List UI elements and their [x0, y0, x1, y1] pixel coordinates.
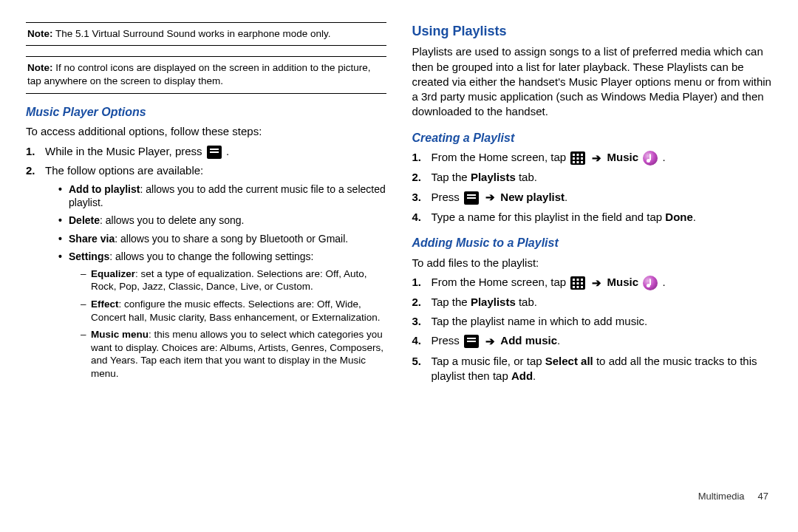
note-label: Note:	[27, 62, 53, 73]
arrow-icon: ➔	[485, 190, 495, 205]
apps-icon	[570, 151, 585, 165]
step-text: Tap a music file, or tap	[432, 355, 545, 367]
note-label: Note:	[27, 28, 53, 39]
bold: Done	[665, 211, 693, 223]
bullet-item: Settings: allows you to change the follo…	[58, 250, 386, 381]
arrow-icon: ➔	[485, 334, 495, 349]
step-text: tab.	[516, 296, 537, 308]
step-text: .	[565, 191, 567, 203]
arrow-icon: ➔	[592, 276, 601, 290]
dash-item: Music menu: this menu allows you to sele…	[81, 328, 386, 380]
dash-rest: : configure the music effects. Selection…	[91, 299, 380, 323]
dash-title: Equalizer	[91, 268, 135, 279]
steps-list: While in the Music Player, press . The f…	[26, 144, 386, 381]
manual-page: Note: The 5.1 Virtual Surround Sound wor…	[0, 0, 798, 488]
bullet-item: Delete: allows you to delete any song.	[58, 214, 386, 227]
dash-item: Equalizer: set a type of equalization. S…	[81, 267, 386, 293]
step-text: While in the Music Player, press	[45, 145, 205, 157]
dash-list: Equalizer: set a type of equalization. S…	[81, 267, 386, 380]
step-text: .	[659, 276, 665, 288]
bold: Add	[511, 369, 533, 382]
note-text: The 5.1 Virtual Surround Sound works in …	[53, 28, 331, 39]
step: Tap the playlist name in which to add mu…	[412, 314, 773, 329]
step-text: From the Home screen, tap	[432, 151, 570, 163]
note-box-2: Note: If no control icons are displayed …	[26, 56, 386, 93]
menu-icon	[464, 191, 479, 205]
step-2: The follow options are available: Add to…	[26, 163, 386, 381]
arrow-icon: ➔	[592, 151, 601, 166]
music-label: Music	[607, 276, 639, 288]
step-text: .	[223, 145, 229, 157]
bullet-rest: : allows you to share a song by Bluetoot…	[115, 233, 348, 245]
bullet-rest: : allows you to delete any song.	[100, 214, 244, 226]
step-text: .	[557, 334, 560, 347]
step: Tap the Playlists tab.	[412, 295, 773, 310]
right-column: Using Playlists Playlists are used to as…	[412, 22, 773, 473]
apps-icon	[570, 276, 585, 290]
bullet-title: Delete	[69, 214, 100, 226]
bold: New playlist	[500, 191, 565, 203]
bullet-list: Add to playlist: allows you to add the c…	[58, 183, 386, 380]
steps-adding: From the Home screen, tap ➔ Music . Tap …	[412, 275, 773, 383]
footer-page-number: 47	[758, 491, 768, 502]
bullet-title: Share via	[69, 233, 115, 245]
step-text: .	[659, 151, 665, 163]
bullet-rest: : allows you to change the following set…	[109, 250, 313, 262]
bullet-item: Share via: allows you to share a song by…	[58, 232, 386, 245]
bullet-title: Settings	[69, 250, 109, 262]
step-text: tab.	[516, 171, 537, 183]
intro-text: To add files to the playlist:	[412, 256, 773, 270]
step: From the Home screen, tap ➔ Music .	[412, 150, 773, 166]
bold: Add music	[500, 334, 557, 347]
step: Press ➔ Add music.	[412, 333, 773, 349]
music-icon	[643, 276, 658, 290]
bold: Playlists	[471, 296, 516, 308]
left-column: Note: The 5.1 Virtual Surround Sound wor…	[26, 22, 386, 473]
step-text: Tap the	[432, 296, 471, 308]
bold: Playlists	[471, 171, 516, 183]
step-text: Press	[432, 191, 463, 203]
step-text: Press	[432, 334, 463, 347]
footer-section: Multimedia	[698, 491, 745, 502]
paragraph: Playlists are used to assign songs to a …	[412, 44, 773, 119]
bold: Select all	[545, 355, 593, 367]
step: Tap the Playlists tab.	[412, 170, 773, 185]
heading-creating-playlist: Creating a Playlist	[412, 130, 773, 146]
step-text: .	[693, 211, 696, 223]
step: Type a name for this playlist in the fie…	[412, 210, 773, 225]
intro-text: To access additional options, follow the…	[26, 124, 386, 139]
step-text: The follow options are available:	[45, 164, 203, 177]
dash-title: Music menu	[91, 329, 149, 340]
step: From the Home screen, tap ➔ Music .	[412, 275, 773, 290]
menu-icon	[464, 335, 479, 348]
music-label: Music	[607, 151, 639, 163]
heading-using-playlists: Using Playlists	[412, 22, 773, 40]
bullet-title: Add to playlist	[69, 183, 140, 195]
page-footer: Multimedia47	[0, 488, 798, 502]
step-text: Tap the playlist name in which to add mu…	[432, 315, 648, 327]
music-icon	[643, 151, 658, 166]
step: Tap a music file, or tap Select all to a…	[412, 354, 773, 384]
step-1: While in the Music Player, press .	[26, 144, 386, 159]
heading-music-player-options: Music Player Options	[26, 104, 386, 120]
note-box-1: Note: The 5.1 Virtual Surround Sound wor…	[26, 22, 386, 46]
step: Press ➔ New playlist.	[412, 190, 773, 205]
step-text: Tap the	[432, 171, 471, 183]
menu-icon	[207, 146, 222, 159]
step-text: .	[533, 369, 536, 382]
step-text: From the Home screen, tap	[432, 276, 570, 288]
note-text: If no control icons are displayed on the…	[27, 62, 371, 86]
steps-creating: From the Home screen, tap ➔ Music . Tap …	[412, 150, 773, 225]
step-text: Type a name for this playlist in the fie…	[432, 211, 666, 223]
heading-adding-music: Adding Music to a Playlist	[412, 235, 773, 251]
dash-item: Effect: configure the music effects. Sel…	[81, 298, 386, 324]
bullet-item: Add to playlist: allows you to add the c…	[58, 183, 386, 209]
dash-title: Effect	[91, 299, 119, 310]
